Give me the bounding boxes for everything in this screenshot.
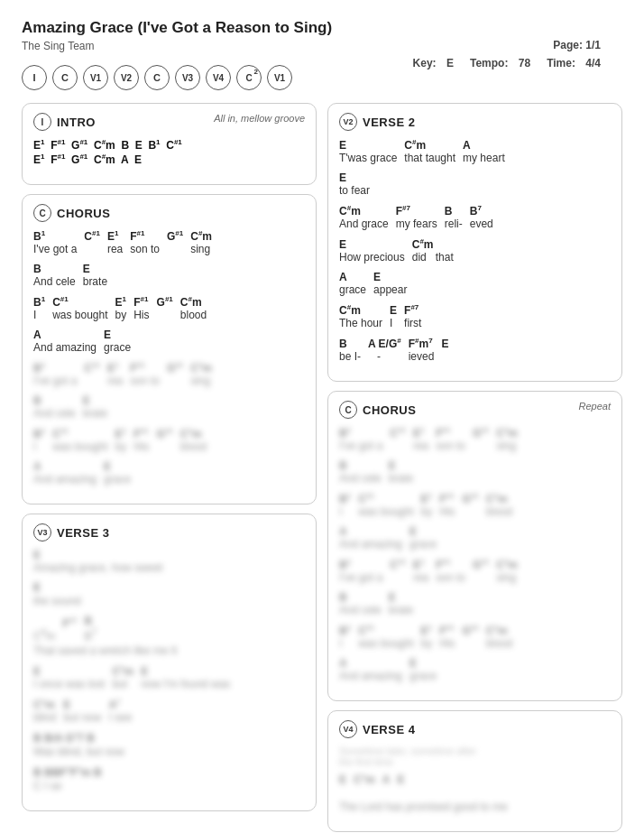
nav-verse1[interactable]: V1: [83, 65, 108, 90]
page-info: Page: 1/1: [406, 36, 601, 54]
intro-note: All in, mellow groove: [214, 113, 305, 124]
intro-line1: E1 F#1 G#1 C#m B E B1 C#1: [33, 138, 305, 152]
chorus-blurred-repeat: B1I've got a C#1 E1rea F#1son to G#1 C#m…: [33, 361, 305, 486]
chorus2-badge: C: [339, 401, 357, 419]
right-column: V2 VERSE 2 ET'was grace C#mthat taught A…: [327, 103, 622, 832]
verse2-line1: ET'was grace C#mthat taught Amy heart: [339, 138, 611, 164]
verse3-content: EAmazing grace, how sweet E the sound C#…: [33, 549, 305, 792]
chorus-title: CHORUS: [57, 207, 110, 220]
chorus2-note: Repeat: [579, 401, 611, 412]
song-title: Amazing Grace (I've Got a Reason to Sing…: [22, 18, 364, 38]
verse3-badge: V3: [33, 523, 51, 541]
nav-verse2[interactable]: V2: [114, 65, 139, 90]
intro-line2: E1 F#1 G#1 C#m A E: [33, 153, 305, 166]
chorus2-content: B1I've got a C#1 E1rea F#1son to G#1 C#m…: [339, 426, 611, 682]
chorus-label: C CHORUS: [33, 204, 305, 222]
chorus-section: C CHORUS B1I've got a C#1 E1rea F#1son t…: [22, 194, 317, 504]
verse3-title: VERSE 3: [57, 526, 109, 540]
verse2-line4: EHow precious C#mdid that: [339, 237, 611, 264]
meta-info: Page: 1/1 Key: E Tempo: 78 Time: 4/4: [406, 36, 601, 73]
chorus-line4: AAnd amazing Egrace: [33, 329, 305, 354]
nav-intro[interactable]: I: [22, 65, 47, 90]
verse2-line3: C#mAnd grace F#7my fears Breli- B7eved: [339, 204, 611, 230]
verse2-line6: C#mThe hour EI F#7first: [339, 303, 611, 329]
chorus-chords3: B1I C#1was bought E1by F#1His G#1 C#mblo…: [33, 295, 305, 321]
verse4-title: VERSE 4: [363, 723, 415, 736]
chorus-badge: C: [33, 204, 51, 222]
verse2-section: V2 VERSE 2 ET'was grace C#mthat taught A…: [327, 103, 622, 382]
chorus2-label: C CHORUS: [339, 401, 611, 419]
chorus-chords2: BAnd cele Ebrate: [33, 263, 305, 288]
verse2-line5: Agrace Eappear: [339, 271, 611, 296]
verse2-line7: Bbe I- A E/G# - F#m7ieved E: [339, 337, 611, 363]
verse4-content: Sometime later, sometime afterthe first …: [339, 745, 611, 813]
chorus-line1: B1I've got a C#1 E1rea F#1son to G#1 C#m…: [33, 229, 305, 255]
music-info: Key: E Tempo: 78 Time: 4/4: [406, 54, 601, 72]
verse4-section: V4 VERSE 4 Sometime later, sometime afte…: [327, 710, 622, 832]
chorus2-title: CHORUS: [363, 403, 416, 417]
main-content: I INTRO All in, mellow groove E1 F#1 G#1…: [22, 103, 622, 832]
chorus2-section: C CHORUS Repeat B1I've got a C#1 E1rea F…: [327, 391, 622, 701]
chorus-line2: BAnd cele Ebrate: [33, 263, 305, 288]
chorus-line3: B1I C#1was bought E1by F#1His G#1 C#mblo…: [33, 295, 305, 321]
intro-title: INTRO: [57, 116, 96, 129]
nav-chorus2[interactable]: C: [144, 65, 170, 90]
nav-chorus1[interactable]: C: [52, 65, 78, 90]
left-column: I INTRO All in, mellow groove E1 F#1 G#1…: [22, 103, 317, 832]
verse2-label: V2 VERSE 2: [339, 113, 611, 131]
verse2-line2: Eto fear: [339, 171, 611, 197]
verse2-badge: V2: [339, 113, 357, 131]
nav-verse4[interactable]: V4: [206, 65, 231, 90]
nav-verse3[interactable]: V3: [175, 65, 200, 90]
verse2-title: VERSE 2: [363, 116, 415, 129]
intro-section: I INTRO All in, mellow groove E1 F#1 G#1…: [22, 103, 317, 185]
intro-badge: I: [33, 113, 51, 131]
intro-lines: E1 F#1 G#1 C#m B E B1 C#1 E1 F#1 G#1 C#m…: [33, 138, 305, 166]
chorus-chords4: AAnd amazing Egrace: [33, 329, 305, 354]
verse4-label: V4 VERSE 4: [339, 720, 611, 738]
verse3-section: V3 VERSE 3 EAmazing grace, how sweet E t…: [22, 514, 317, 811]
verse4-badge: V4: [339, 720, 357, 738]
page-header: Amazing Grace (I've Got a Reason to Sing…: [22, 18, 622, 52]
verse3-label: V3 VERSE 3: [33, 523, 305, 541]
nav-verse1b[interactable]: V1: [267, 65, 292, 90]
nav-chorus3[interactable]: C2: [236, 65, 262, 90]
chorus-chords1: B1I've got a C#1 E1rea F#1son to G#1 C#m…: [33, 229, 305, 255]
